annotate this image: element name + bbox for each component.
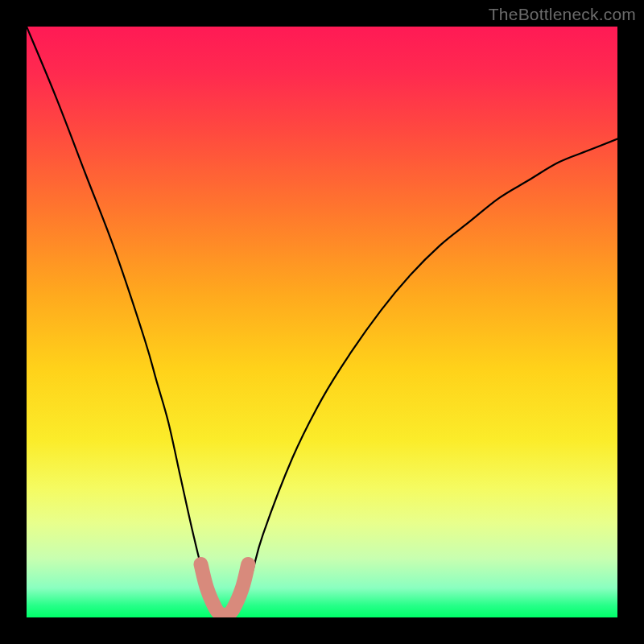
marker-band — [201, 564, 249, 615]
plot-area — [27, 27, 617, 617]
bottleneck-curve — [27, 27, 617, 617]
chart-frame: TheBottleneck.com — [0, 0, 644, 644]
watermark-text: TheBottleneck.com — [489, 5, 636, 24]
chart-svg — [27, 27, 617, 617]
